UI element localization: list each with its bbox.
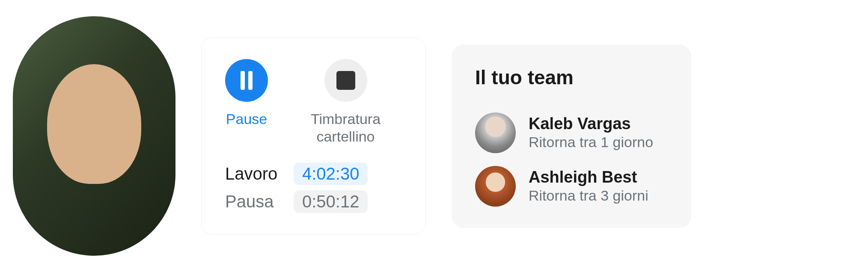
pause-button[interactable]: Pause	[225, 59, 268, 145]
work-time-label: Lavoro	[225, 164, 285, 183]
stop-icon	[324, 59, 367, 102]
svg-rect-0	[241, 71, 245, 90]
break-time-label: Pausa	[225, 192, 285, 211]
avatar	[475, 112, 516, 153]
pause-icon	[225, 59, 268, 102]
clockout-button[interactable]: Timbratura cartellino	[289, 59, 402, 145]
break-time-value: 0:50:12	[294, 190, 368, 213]
member-status: Ritorna tra 3 giorni	[529, 187, 648, 204]
team-member[interactable]: Kaleb Vargas Ritorna tra 1 giorno	[475, 112, 668, 153]
profile-photo	[13, 16, 175, 256]
member-name: Kaleb Vargas	[529, 115, 653, 133]
break-time-row: Pausa 0:50:12	[225, 190, 402, 213]
work-time-value: 4:02:30	[294, 163, 368, 185]
team-title: Il tuo team	[475, 66, 668, 89]
team-member[interactable]: Ashleigh Best Ritorna tra 3 giorni	[475, 166, 668, 207]
avatar	[475, 166, 516, 207]
time-tracker-card: Pause Timbratura cartellino Lavoro 4:02:…	[201, 37, 426, 235]
svg-rect-2	[336, 71, 355, 90]
team-card: Il tuo team Kaleb Vargas Ritorna tra 1 g…	[452, 44, 691, 228]
work-time-row: Lavoro 4:02:30	[225, 163, 402, 185]
member-status: Ritorna tra 1 giorno	[529, 134, 653, 151]
member-name: Ashleigh Best	[529, 168, 648, 186]
clockout-button-label: Timbratura cartellino	[289, 110, 402, 145]
svg-rect-1	[248, 71, 253, 90]
pause-button-label: Pause	[226, 110, 267, 128]
